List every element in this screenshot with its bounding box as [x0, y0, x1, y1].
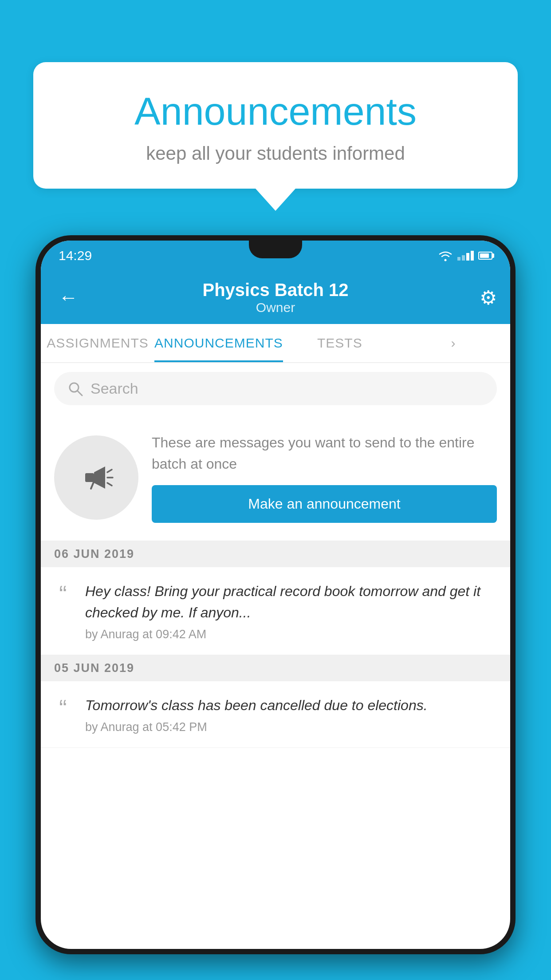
tab-tests[interactable]: TESTS [283, 324, 397, 362]
back-button[interactable]: ← [54, 282, 83, 313]
settings-button[interactable]: ⚙ [480, 286, 497, 309]
search-container: Search [41, 363, 510, 414]
announcement-meta-1: by Anurag at 09:42 AM [85, 628, 497, 641]
megaphone-circle [54, 435, 138, 520]
speech-bubble-section: Announcements keep all your students inf… [33, 62, 518, 211]
cta-description: These are messages you want to send to t… [152, 432, 497, 474]
status-bar: 14:29 [41, 241, 510, 271]
app-bar: ← Physics Batch 12 Owner ⚙ [41, 271, 510, 324]
tab-assignments[interactable]: ASSIGNMENTS [41, 324, 154, 362]
notch [249, 241, 302, 258]
phone-frame: 14:29 [35, 235, 516, 954]
announcement-meta-2: by Anurag at 05:42 PM [85, 720, 497, 734]
wifi-icon [438, 250, 453, 261]
app-bar-title: Physics Batch 12 [202, 280, 348, 300]
announcement-content-2: Tomorrow's class has been cancelled due … [85, 695, 497, 734]
bubble-title: Announcements [69, 89, 482, 134]
battery-icon [478, 252, 492, 260]
svg-line-5 [107, 483, 112, 486]
announcement-content-1: Hey class! Bring your practical record b… [85, 581, 497, 641]
tabs-bar: ASSIGNMENTS ANNOUNCEMENTS TESTS › [41, 324, 510, 363]
megaphone-icon [74, 455, 118, 500]
bubble-arrow [256, 189, 295, 211]
announcement-item-1: “ Hey class! Bring your practical record… [41, 567, 510, 655]
status-icons [438, 250, 492, 261]
make-announcement-button[interactable]: Make an announcement [152, 485, 497, 523]
search-bar[interactable]: Search [54, 372, 497, 405]
tab-announcements[interactable]: ANNOUNCEMENTS [154, 324, 283, 362]
svg-line-3 [107, 470, 112, 472]
svg-rect-2 [85, 473, 94, 482]
bubble-subtitle: keep all your students informed [69, 143, 482, 164]
status-time: 14:29 [59, 248, 92, 263]
svg-line-1 [78, 391, 82, 395]
phone-container: 14:29 [35, 235, 516, 980]
app-bar-subtitle: Owner [202, 300, 348, 315]
quote-icon-1: “ [50, 582, 76, 605]
phone-screen: 14:29 [41, 241, 510, 949]
announcement-text-1: Hey class! Bring your practical record b… [85, 581, 497, 623]
announcement-text-2: Tomorrow's class has been cancelled due … [85, 695, 497, 716]
cta-area: These are messages you want to send to t… [41, 414, 510, 541]
quote-icon-2: “ [50, 696, 76, 719]
signal-icon [457, 251, 474, 261]
date-separator-2: 05 JUN 2019 [41, 655, 510, 681]
search-icon [67, 381, 83, 397]
announcement-item-2: “ Tomorrow's class has been cancelled du… [41, 681, 510, 748]
app-bar-title-container: Physics Batch 12 Owner [202, 280, 348, 315]
tab-more[interactable]: › [397, 324, 510, 362]
speech-bubble-card: Announcements keep all your students inf… [33, 62, 518, 189]
search-placeholder: Search [91, 380, 138, 397]
date-separator-1: 06 JUN 2019 [41, 541, 510, 567]
cta-content: These are messages you want to send to t… [152, 432, 497, 523]
